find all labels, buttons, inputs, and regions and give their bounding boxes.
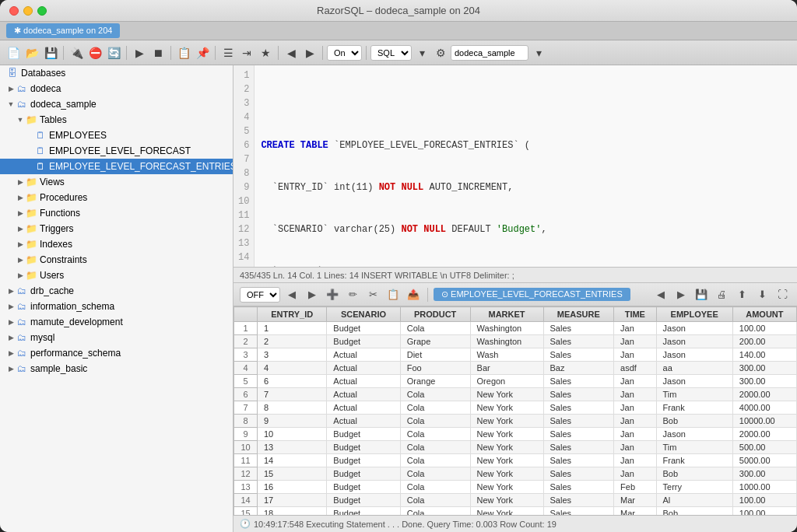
cell-measure[interactable]: Sales (543, 494, 614, 507)
cell-entry_id[interactable]: 14 (258, 454, 327, 467)
col-employee[interactable]: EMPLOYEE (656, 307, 732, 322)
close-button[interactable] (9, 6, 19, 16)
connect-btn[interactable]: 🔌 (68, 44, 85, 61)
cell-scenario[interactable]: Budget (327, 428, 400, 441)
cell-product[interactable]: Cola (400, 388, 470, 401)
table-row[interactable]: 44ActualFooBarBazasdfaa300.00 (234, 362, 797, 375)
cell-market[interactable]: Washington (470, 335, 543, 348)
cell-market[interactable]: New York (470, 401, 543, 415)
cell-employee[interactable]: Jason (656, 375, 732, 388)
refresh-btn[interactable]: 🔄 (105, 44, 122, 61)
cell-measure[interactable]: Sales (543, 375, 614, 388)
cell-entry_id[interactable]: 1 (258, 322, 327, 335)
cell-scenario[interactable]: Budget (327, 481, 400, 494)
sidebar-item-information-schema[interactable]: ▶ 🗂 information_schema (0, 299, 233, 314)
cell-time[interactable]: Jan (614, 388, 656, 401)
sidebar-item-mysql[interactable]: ▶ 🗂 mysql (0, 330, 233, 345)
cell-scenario[interactable]: Actual (327, 415, 400, 428)
cell-market[interactable]: New York (470, 415, 543, 428)
sidebar-item-sample-basic[interactable]: ▶ 🗂 sample_basic (0, 361, 233, 376)
cell-amount[interactable]: 200.00 (732, 335, 796, 348)
code-area[interactable]: 1 2 3 4 5 6 7 8 9 10 11 12 13 14 (233, 65, 797, 267)
cell-time[interactable]: Jan (614, 348, 656, 362)
cell-employee[interactable]: Tim (656, 388, 732, 401)
results-right-btn1[interactable]: ◀ (652, 286, 669, 303)
cell-time[interactable]: Jan (614, 375, 656, 388)
cell-entry_id[interactable]: 17 (258, 494, 327, 507)
table-row[interactable]: 1013BudgetColaNew YorkSalesJanTim500.00 (234, 441, 797, 454)
results-down-btn[interactable]: ⬇ (753, 286, 771, 303)
sidebar-item-triggers[interactable]: ▶ 📁 Triggers (0, 221, 233, 236)
sidebar-item-constraints[interactable]: ▶ 📁 Constraints (0, 252, 233, 268)
cell-employee[interactable]: Jason (656, 322, 732, 335)
save-btn[interactable]: 💾 (42, 44, 59, 61)
cell-product[interactable]: Cola (400, 507, 470, 516)
cell-amount[interactable]: 100.00 (732, 507, 796, 516)
cell-entry_id[interactable]: 10 (258, 428, 327, 441)
cell-time[interactable]: Jan (614, 467, 656, 481)
cell-product[interactable]: Grape (400, 335, 470, 348)
cell-time[interactable]: Jan (614, 428, 656, 441)
results-tab-label[interactable]: ⊙ EMPLOYEE_LEVEL_FORECAST_ENTRIES (434, 288, 630, 301)
table-row[interactable]: 56ActualOrangeOregonSalesJanJason300.00 (234, 375, 797, 388)
cell-employee[interactable]: Jason (656, 348, 732, 362)
results-up-btn[interactable]: ⬆ (733, 286, 750, 303)
db-on-select[interactable]: On (327, 45, 362, 61)
cell-market[interactable]: Oregon (470, 375, 543, 388)
col-time[interactable]: TIME (614, 307, 656, 322)
cell-product[interactable]: Cola (400, 428, 470, 441)
cell-amount[interactable]: 10000.00 (732, 415, 796, 428)
star-btn[interactable]: ★ (257, 44, 274, 61)
cell-amount[interactable]: 300.00 (732, 467, 796, 481)
cell-measure[interactable]: Sales (543, 454, 614, 467)
cell-measure[interactable]: Sales (543, 322, 614, 335)
connection-input[interactable] (451, 45, 528, 61)
col-scenario[interactable]: SCENARIO (327, 307, 400, 322)
sidebar-item-indexes[interactable]: ▶ 📁 Indexes (0, 236, 233, 252)
cell-amount[interactable]: 2000.00 (732, 388, 796, 401)
active-tab[interactable]: ✱ dodeca_sample on 204 (6, 23, 120, 38)
sidebar-item-tables[interactable]: ▼ 📁 Tables (0, 112, 233, 128)
cell-time[interactable]: Jan (614, 335, 656, 348)
cell-time[interactable]: Mar (614, 507, 656, 516)
new-file-btn[interactable]: 📄 (5, 44, 22, 61)
conn-go-btn[interactable]: ▾ (530, 44, 547, 61)
type-chevron-icon[interactable]: ▾ (413, 44, 430, 61)
cell-market[interactable]: New York (470, 494, 543, 507)
cell-amount[interactable]: 100.00 (732, 322, 796, 335)
disconnect-btn[interactable]: ⛔ (86, 44, 104, 61)
cell-measure[interactable]: Sales (543, 467, 614, 481)
cell-entry_id[interactable]: 3 (258, 348, 327, 362)
cell-market[interactable]: New York (470, 454, 543, 467)
format-btn[interactable]: ☰ (219, 44, 237, 61)
col-market[interactable]: MARKET (470, 307, 543, 322)
cell-entry_id[interactable]: 13 (258, 441, 327, 454)
minimize-button[interactable] (23, 6, 33, 16)
cell-measure[interactable]: Sales (543, 481, 614, 494)
cell-entry_id[interactable]: 8 (258, 401, 327, 415)
results-export-btn[interactable]: 📤 (405, 286, 422, 303)
results-right-btn2[interactable]: ▶ (672, 286, 690, 303)
cell-entry_id[interactable]: 2 (258, 335, 327, 348)
cell-measure[interactable]: Sales (543, 348, 614, 362)
cell-measure[interactable]: Sales (543, 335, 614, 348)
table-row[interactable]: 89ActualColaNew YorkSalesJanBob10000.00 (234, 415, 797, 428)
cell-scenario[interactable]: Budget (327, 454, 400, 467)
cell-employee[interactable]: Al (656, 494, 732, 507)
cell-market[interactable]: New York (470, 441, 543, 454)
cell-measure[interactable]: Baz (543, 362, 614, 375)
cell-time[interactable]: Jan (614, 401, 656, 415)
cell-employee[interactable]: Bob (656, 415, 732, 428)
cell-amount[interactable]: 140.00 (732, 348, 796, 362)
cell-time[interactable]: asdf (614, 362, 656, 375)
cell-measure[interactable]: Sales (543, 388, 614, 401)
results-save-btn[interactable]: 💾 (693, 286, 710, 303)
results-delete-btn[interactable]: ✂ (364, 286, 381, 303)
col-product[interactable]: PRODUCT (400, 307, 470, 322)
cell-employee[interactable]: aa (656, 362, 732, 375)
cell-amount[interactable]: 500.00 (732, 441, 796, 454)
cell-scenario[interactable]: Budget (327, 335, 400, 348)
cell-measure[interactable]: Sales (543, 415, 614, 428)
results-off-select[interactable]: OFF (240, 287, 280, 303)
cell-amount[interactable]: 5000.00 (732, 454, 796, 467)
